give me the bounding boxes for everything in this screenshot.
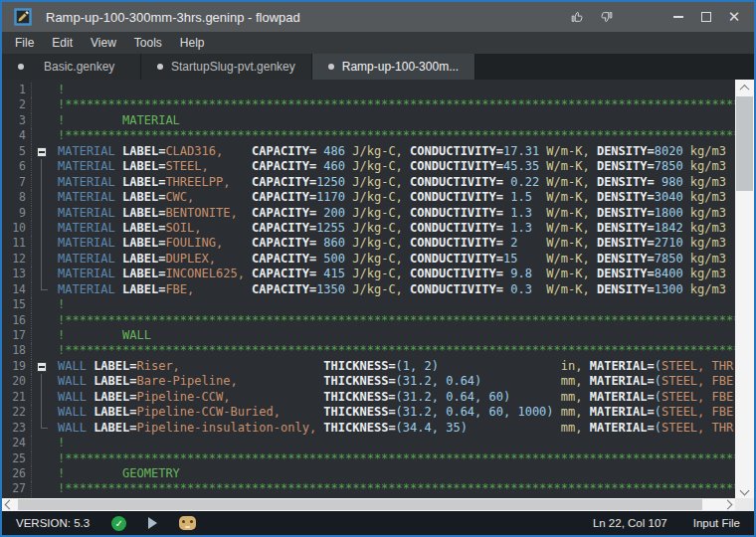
code-line-12[interactable]: 12MATERIAL LABEL=DUPLEX, CAPACITY= 500 J… xyxy=(2,252,735,267)
line-number: 9 xyxy=(2,206,32,221)
fold-guide-line xyxy=(41,221,42,236)
code-line-17[interactable]: 17! WALL xyxy=(2,328,735,343)
code-line-5[interactable]: 5MATERIAL LABEL=CLAD316, CAPACITY= 486 J… xyxy=(2,144,735,159)
line-number: 27 xyxy=(2,481,32,496)
fold-gutter xyxy=(32,451,54,466)
scroll-left-button[interactable] xyxy=(2,498,17,511)
code-line-11[interactable]: 11MATERIAL LABEL=FOULING, CAPACITY= 860 … xyxy=(2,236,735,251)
vertical-scrollbar[interactable] xyxy=(735,80,754,498)
maximize-button[interactable] xyxy=(692,5,720,29)
vertical-scroll-thumb[interactable] xyxy=(736,96,753,191)
fold-gutter xyxy=(32,97,54,112)
line-number: 17 xyxy=(2,328,32,343)
menu-item-tools[interactable]: Tools xyxy=(125,33,171,53)
tab-bar: Basic.genkeyStartupSlug-pvt.genkeyRamp-u… xyxy=(2,54,754,80)
bot-assistant-icon[interactable] xyxy=(179,516,196,530)
fold-gutter xyxy=(32,466,54,481)
code-text: !***************************************… xyxy=(54,313,735,328)
scroll-right-button[interactable] xyxy=(720,498,735,511)
horizontal-scroll-thumb[interactable] xyxy=(18,499,702,510)
menu-item-view[interactable]: View xyxy=(82,33,125,53)
code-line-6[interactable]: 6MATERIAL LABEL=STEEL, CAPACITY= 460 J/k… xyxy=(2,159,735,174)
chevron-left-icon xyxy=(5,500,15,510)
code-line-13[interactable]: 13MATERIAL LABEL=INCONEL625, CAPACITY= 4… xyxy=(2,267,735,281)
horizontal-scrollbar[interactable] xyxy=(2,498,735,511)
code-text: MATERIAL LABEL=FBE, CAPACITY=1350 J/kg-C… xyxy=(54,282,726,297)
code-area[interactable]: 1!2!************************************… xyxy=(2,80,735,498)
code-line-10[interactable]: 10MATERIAL LABEL=SOIL, CAPACITY=1255 J/k… xyxy=(2,221,735,236)
close-icon: ✕ xyxy=(728,10,741,25)
code-line-19[interactable]: 19WALL LABEL=Riser, THICKNESS=(1, 2) in,… xyxy=(2,359,735,374)
code-text: ! xyxy=(54,83,65,97)
line-number: 23 xyxy=(2,421,32,436)
code-line-18[interactable]: 18!*************************************… xyxy=(2,343,735,358)
minimize-button[interactable] xyxy=(664,5,692,29)
code-text: WALL LABEL=Pipeline-insulation-only, THI… xyxy=(54,421,733,436)
fold-gutter xyxy=(32,190,54,205)
thumb-down-icon[interactable] xyxy=(593,5,621,29)
code-line-22[interactable]: 22WALL LABEL=Pipeline-CCW-Buried, THICKN… xyxy=(2,405,735,420)
line-number: 2 xyxy=(2,97,32,112)
menu-item-help[interactable]: Help xyxy=(171,33,214,53)
title-bar: Ramp-up-100-300mm-3hrs.geninp - flowpad … xyxy=(2,2,754,32)
code-line-27[interactable]: 27!*************************************… xyxy=(2,481,735,496)
thumb-up-icon[interactable] xyxy=(563,5,591,29)
line-number: 1 xyxy=(2,83,32,97)
fold-gutter xyxy=(32,297,54,312)
code-line-9[interactable]: 9MATERIAL LABEL=BENTONITE, CAPACITY= 200… xyxy=(2,206,735,221)
code-line-3[interactable]: 3! MATERIAL xyxy=(2,113,735,128)
scroll-down-button[interactable] xyxy=(735,482,754,498)
fold-guide-line xyxy=(41,252,42,267)
code-line-21[interactable]: 21WALL LABEL=Pipeline-CCW, THICKNESS=(31… xyxy=(2,390,735,405)
app-edit-pencil-icon xyxy=(14,8,32,26)
code-text: MATERIAL LABEL=STEEL, CAPACITY= 460 J/kg… xyxy=(54,159,726,174)
fold-gutter xyxy=(32,206,54,221)
status-bar: VERSION: 5.3 ✓ Ln 22, Col 107 Input File xyxy=(2,511,754,535)
run-play-icon[interactable] xyxy=(148,517,157,529)
cursor-position: Ln 22, Col 107 xyxy=(593,517,667,529)
code-line-16[interactable]: 16!*************************************… xyxy=(2,313,735,328)
menu-bar: FileEditViewToolsHelp xyxy=(2,32,754,54)
code-text: ! WALL xyxy=(54,328,151,343)
scroll-up-button[interactable] xyxy=(735,80,754,95)
code-line-1[interactable]: 1! xyxy=(2,83,735,97)
editor: 1!2!************************************… xyxy=(2,80,754,511)
fold-guide-end xyxy=(41,421,48,429)
code-line-23[interactable]: 23WALL LABEL=Pipeline-insulation-only, T… xyxy=(2,421,735,436)
code-text: WALL LABEL=Bare-Pipeline, THICKNESS=(31.… xyxy=(54,374,733,389)
code-text: !***************************************… xyxy=(54,128,735,143)
fold-gutter xyxy=(32,328,54,343)
code-line-26[interactable]: 26! GEOMETRY xyxy=(2,466,735,481)
chevron-right-icon xyxy=(723,500,733,510)
line-number: 25 xyxy=(2,451,32,466)
menu-item-edit[interactable]: Edit xyxy=(43,33,82,53)
code-line-8[interactable]: 8MATERIAL LABEL=CWC, CAPACITY=1170 J/kg-… xyxy=(2,190,735,205)
tab-2[interactable]: StartupSlug-pvt.genkey xyxy=(141,54,312,80)
code-line-25[interactable]: 25!*************************************… xyxy=(2,451,735,466)
fold-guide-line xyxy=(41,206,42,221)
fold-gutter xyxy=(32,481,54,496)
fold-gutter xyxy=(32,390,54,405)
fold-guide-line xyxy=(41,390,42,405)
tab-3[interactable]: Ramp-up-100-300m... xyxy=(312,54,475,80)
version-label: VERSION: 5.3 xyxy=(16,517,90,529)
menu-item-file[interactable]: File xyxy=(6,33,43,53)
line-number: 11 xyxy=(2,236,32,251)
code-line-14[interactable]: 14MATERIAL LABEL=FBE, CAPACITY=1350 J/kg… xyxy=(2,282,735,297)
code-line-20[interactable]: 20WALL LABEL=Bare-Pipeline, THICKNESS=(3… xyxy=(2,374,735,389)
code-line-24[interactable]: 24! xyxy=(2,436,735,450)
fold-toggle-icon[interactable] xyxy=(37,147,47,157)
line-number: 5 xyxy=(2,144,32,159)
code-line-7[interactable]: 7MATERIAL LABEL=THREELPP, CAPACITY=1250 … xyxy=(2,175,735,190)
fold-gutter xyxy=(32,436,54,450)
close-button[interactable]: ✕ xyxy=(720,5,748,29)
fold-gutter xyxy=(32,313,54,328)
code-line-2[interactable]: 2!**************************************… xyxy=(2,97,735,112)
code-line-4[interactable]: 4!**************************************… xyxy=(2,128,735,143)
code-line-15[interactable]: 15! xyxy=(2,297,735,312)
tab-1[interactable]: Basic.genkey xyxy=(2,54,141,80)
fold-gutter xyxy=(32,405,54,420)
fold-toggle-icon[interactable] xyxy=(37,362,47,372)
line-number: 16 xyxy=(2,313,32,328)
code-text: WALL LABEL=Pipeline-CCW, THICKNESS=(31.2… xyxy=(54,390,733,405)
